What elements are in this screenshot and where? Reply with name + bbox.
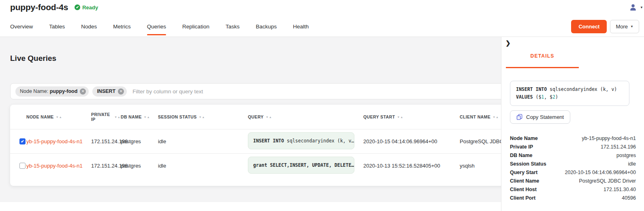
status-label: Ready	[82, 4, 98, 11]
details-panel: ❯ DETAILS INSERT INTO sqlsecondaryindex …	[501, 37, 644, 211]
main-area: Live Queries Node Name: puppy-food ✕ INS…	[0, 37, 501, 211]
user-avatar-icon[interactable]	[629, 3, 637, 11]
chevron-down-icon: ▼	[630, 25, 633, 28]
copy-label: Copy Statement	[526, 114, 564, 120]
cluster-title: puppy-food-4s	[10, 2, 68, 12]
row-checkbox[interactable]: ✔	[19, 138, 26, 144]
sql-line-2: VALUES ($1, $2)	[516, 93, 623, 101]
check-circle-icon: ✔	[75, 4, 80, 10]
table-row[interactable]: yb-15-puppy-food-4s-n1 172.151.24.196 po…	[10, 153, 501, 178]
db-name-cell: postgres	[121, 138, 158, 144]
field-client-host: Client Host 172.151.30.40	[510, 185, 636, 194]
sql-line-1: INSERT INTO sqlsecondaryindex (k, v)	[516, 86, 623, 93]
sort-icon[interactable]: ▼▲	[114, 116, 121, 118]
filter-bar[interactable]: Node Name: puppy-food ✕ INSERT ✕ Filter …	[10, 83, 501, 99]
user-caret-icon[interactable]: ▼	[640, 6, 643, 9]
session-status-cell: idle	[158, 138, 248, 144]
query-statement-pill[interactable]: grant SELECT,INSERT, UPDATE, DELETE…	[248, 157, 354, 174]
field-client-port: Client Port 40596	[510, 194, 636, 202]
app-window: puppy-food-4s ✔ Ready ▼ Overview Tables …	[0, 0, 644, 211]
filter-chip-insert[interactable]: INSERT ✕	[92, 86, 127, 97]
client-name-cell: PostgreSQL JDBC Driver	[460, 138, 501, 144]
field-private-ip: Private IP 172.151.24.196	[510, 142, 636, 151]
content-area: Live Queries Node Name: puppy-food ✕ INS…	[0, 37, 644, 211]
collapse-panel-icon[interactable]: ❯	[505, 39, 511, 47]
client-name-cell: ysqlsh	[460, 163, 501, 169]
sort-icon[interactable]: ▼▲	[144, 116, 150, 118]
queries-table: NODE NAME▼▲ PRIVATE IP▼▲ DB NAME▼▲ SESSI…	[10, 105, 501, 186]
connect-button[interactable]: Connect	[571, 20, 607, 33]
row-checkbox[interactable]	[19, 163, 26, 169]
col-query[interactable]: QUERY▼▲	[248, 114, 363, 119]
field-session-status: Session Status idle	[510, 159, 636, 168]
tab-nodes[interactable]: Nodes	[81, 16, 97, 37]
col-session-status[interactable]: SESSION STATUS▼▲	[158, 114, 248, 119]
node-name-link[interactable]: yb-15-puppy-food-4s-n1	[26, 163, 91, 169]
more-label: More	[616, 24, 628, 30]
tab-tables[interactable]: Tables	[49, 16, 65, 37]
field-query-start: Query Start 2020-10-15 04:14:06.96964+00	[510, 168, 636, 177]
private-ip-cell: 172.151.24.196	[91, 138, 121, 144]
details-fields: Node Name yb-15-puppy-food-4s-n1 Private…	[510, 134, 636, 202]
copy-statement-button[interactable]: Copy Statement	[510, 110, 570, 124]
db-name-cell: postgres	[121, 163, 158, 169]
sql-statement-box: INSERT INTO sqlsecondaryindex (k, v) VAL…	[510, 81, 629, 106]
table-header-row: NODE NAME▼▲ PRIVATE IP▼▲ DB NAME▼▲ SESSI…	[10, 105, 501, 129]
tab-details[interactable]: DETAILS	[506, 53, 579, 68]
filter-chip-node-name[interactable]: Node Name: puppy-food ✕	[15, 86, 89, 97]
nav-bar: Overview Tables Nodes Metrics Queries Re…	[0, 16, 644, 37]
query-start-cell: 2020-10-13 15:52:16.528405+00	[363, 163, 460, 169]
copy-icon	[516, 114, 522, 120]
page-title: Live Queries	[10, 54, 56, 63]
top-bar: puppy-food-4s ✔ Ready ▼	[0, 0, 644, 16]
col-query-start[interactable]: QUERY START▼▲	[363, 114, 460, 119]
tab-queries[interactable]: Queries	[147, 16, 166, 37]
private-ip-cell: 172.151.24.196	[91, 163, 121, 169]
close-icon[interactable]: ✕	[118, 88, 124, 95]
status-badge: ✔ Ready	[75, 4, 98, 11]
session-status-cell: idle	[158, 163, 248, 169]
col-db-name[interactable]: DB NAME▼▲	[121, 114, 158, 119]
query-statement-pill[interactable]: INSERT INTO sqlsecondaryindex (k, v…	[248, 132, 354, 149]
field-node-name: Node Name yb-15-puppy-food-4s-n1	[510, 134, 636, 142]
filter-input-placeholder[interactable]: Filter by column or query text	[132, 88, 203, 95]
col-private-ip[interactable]: PRIVATE IP▼▲	[91, 112, 121, 122]
close-icon[interactable]: ✕	[80, 88, 86, 95]
nav-tabs: Overview Tables Nodes Metrics Queries Re…	[10, 16, 309, 37]
sort-icon[interactable]: ▼▲	[397, 116, 403, 118]
chip-text: Node Name: puppy-food	[20, 88, 77, 94]
table-row[interactable]: ✔ yb-15-puppy-food-4s-n1 172.151.24.196 …	[10, 129, 501, 153]
chip-text: INSERT	[97, 88, 115, 94]
tab-tasks[interactable]: Tasks	[226, 16, 240, 37]
tab-backups[interactable]: Backups	[256, 16, 277, 37]
user-menu[interactable]: ▼	[629, 3, 643, 11]
tab-metrics[interactable]: Metrics	[113, 16, 131, 37]
more-button[interactable]: More ▼	[610, 20, 639, 33]
sort-icon[interactable]: ▼▲	[199, 116, 205, 118]
sort-icon[interactable]: ▼▲	[266, 116, 272, 118]
col-node-name[interactable]: NODE NAME▼▲	[26, 114, 91, 119]
tab-health[interactable]: Health	[293, 16, 309, 37]
sort-icon[interactable]: ▼▲	[56, 116, 62, 118]
field-db-name: DB Name postgres	[510, 151, 636, 159]
node-name-link[interactable]: yb-15-puppy-food-4s-n1	[26, 138, 91, 144]
tab-overview[interactable]: Overview	[10, 16, 33, 37]
col-client-name[interactable]: CLIENT NAME▼▲	[460, 114, 501, 119]
field-client-name: Client Name PostgreSQL JDBC Driver	[510, 177, 636, 185]
query-start-cell: 2020-10-15 04:14:06.96964+00	[363, 138, 460, 144]
sort-icon[interactable]: ▼▲	[493, 116, 499, 118]
tab-replication[interactable]: Replication	[182, 16, 209, 37]
